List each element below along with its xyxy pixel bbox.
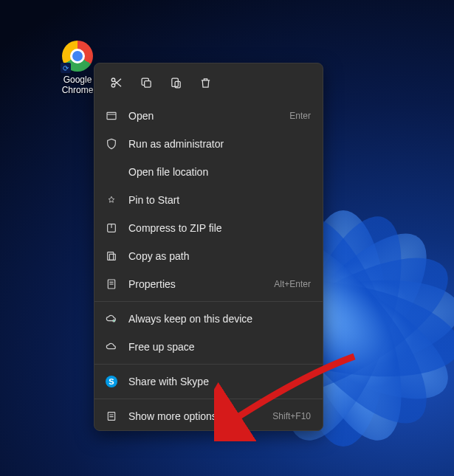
menu-label: Compress to ZIP file	[128, 222, 311, 234]
paste-icon	[170, 77, 182, 89]
properties-icon	[105, 277, 118, 291]
svg-rect-16	[107, 112, 116, 119]
menu-item-run-admin[interactable]: Run as administrator	[94, 130, 323, 158]
spacer-icon	[105, 165, 118, 179]
menu-label: Share with Skype	[128, 376, 311, 387]
menu-label: Properties	[128, 278, 274, 290]
quick-action-row	[94, 63, 323, 102]
svg-rect-20	[108, 252, 114, 261]
pin-icon	[105, 193, 118, 207]
menu-label: Copy as path	[128, 250, 311, 262]
more-options-icon	[105, 410, 118, 423]
menu-label: Show more options	[128, 410, 272, 422]
menu-separator	[94, 399, 323, 399]
delete-button[interactable]	[193, 71, 217, 94]
shield-icon	[105, 137, 118, 151]
copy-path-icon	[105, 249, 118, 263]
context-menu: Open Enter Run as administrator Open fil…	[94, 63, 323, 431]
menu-label: Always keep on this device	[128, 313, 311, 325]
cloud-icon	[105, 340, 118, 353]
menu-item-keep-device[interactable]: Always keep on this device	[94, 305, 323, 333]
menu-item-properties[interactable]: Properties Alt+Enter	[94, 270, 323, 298]
shortcut-sync-badge: ⟳	[61, 63, 71, 73]
svg-point-10	[111, 84, 115, 88]
copy-icon	[140, 77, 153, 89]
menu-item-open-location[interactable]: Open file location	[94, 158, 323, 186]
open-icon	[105, 109, 118, 123]
menu-item-open[interactable]: Open Enter	[94, 102, 323, 130]
menu-shortcut: Shift+F10	[272, 411, 311, 421]
menu-shortcut: Alt+Enter	[274, 279, 311, 289]
svg-rect-21	[109, 254, 115, 260]
svg-rect-26	[108, 413, 114, 421]
menu-item-show-more[interactable]: Show more options Shift+F10	[94, 402, 323, 430]
scissors-icon	[110, 76, 123, 89]
menu-separator	[94, 301, 323, 302]
chrome-icon: ⟳	[62, 41, 93, 72]
cut-button[interactable]	[105, 71, 128, 94]
zip-icon	[105, 221, 118, 235]
copy-button[interactable]	[134, 71, 158, 94]
svg-rect-13	[144, 80, 151, 87]
svg-point-9	[111, 78, 115, 82]
svg-point-25	[113, 320, 115, 322]
menu-label: Pin to Start	[128, 194, 311, 206]
skype-icon: S	[105, 375, 118, 388]
menu-label: Open	[128, 110, 289, 122]
paste-button[interactable]	[164, 71, 188, 94]
cloud-sync-icon	[105, 312, 118, 325]
menu-label: Run as administrator	[128, 138, 311, 150]
menu-shortcut: Enter	[289, 111, 311, 121]
menu-label: Free up space	[128, 341, 311, 353]
menu-item-share-skype[interactable]: S Share with Skype	[94, 368, 323, 396]
menu-label: Open file location	[128, 166, 311, 178]
trash-icon	[199, 77, 212, 89]
menu-item-compress[interactable]: Compress to ZIP file	[94, 214, 323, 242]
menu-item-free-space[interactable]: Free up space	[94, 333, 323, 361]
menu-item-pin-start[interactable]: Pin to Start	[94, 186, 323, 214]
menu-item-copy-path[interactable]: Copy as path	[94, 242, 323, 270]
menu-separator	[94, 364, 323, 365]
